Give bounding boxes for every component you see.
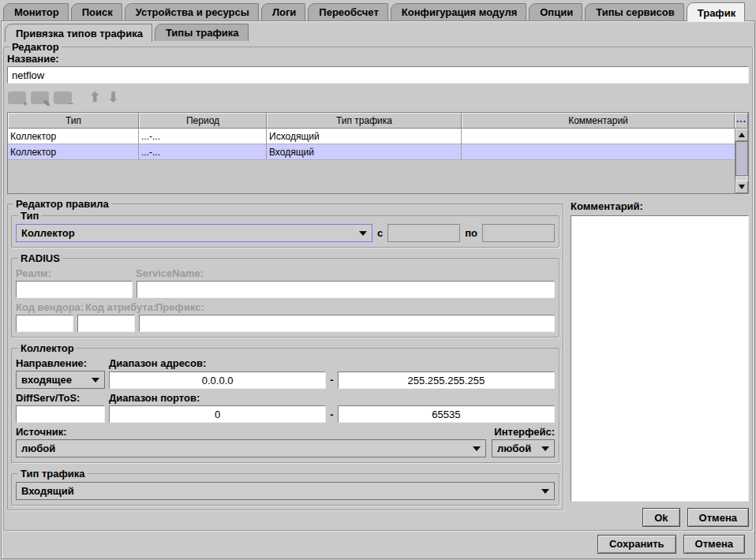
type-group: Тип Коллектор с по: [11, 210, 560, 248]
direction-combobox[interactable]: входящее: [16, 371, 105, 389]
minus-icon: −: [69, 99, 73, 108]
tab-traffic-types[interactable]: Типы трафика: [155, 24, 249, 41]
rules-toolbar: + ✎ − ⬆ ⬇: [8, 89, 749, 106]
footer-bar: Сохранить Отмена: [3, 531, 753, 557]
editor-group: Редактор Название: + ✎ − ⬆ ⬇: [3, 41, 753, 531]
traffic-type-group-title: Тип трафика: [18, 468, 88, 480]
interface-combobox-value: любой: [497, 442, 531, 454]
triangle-up-icon: [739, 133, 745, 137]
table-corner-button[interactable]: ...: [735, 113, 748, 129]
table-vscrollbar[interactable]: [735, 129, 748, 193]
triangle-down-icon: [739, 185, 745, 189]
move-down-icon[interactable]: ⬇: [107, 90, 118, 106]
column-header-traffic-type[interactable]: Тип трафика: [267, 113, 462, 129]
source-combobox[interactable]: любой: [16, 439, 486, 457]
servicename-label: ServiceName:: [136, 267, 204, 279]
move-up-icon[interactable]: ⬆: [89, 90, 100, 106]
diffserv-input[interactable]: [16, 405, 105, 423]
realm-input[interactable]: [16, 281, 133, 298]
period-from-input[interactable]: [387, 224, 460, 242]
sub-tab-bar: Привязка типов трафика Типы трафика: [2, 21, 754, 41]
period-from-label: с: [377, 227, 383, 239]
servicename-input[interactable]: [137, 281, 555, 298]
tab-search[interactable]: Поиск: [71, 3, 122, 21]
chevron-down-icon: [359, 231, 367, 236]
table-row-selected[interactable]: Коллектор ...-... Входящий: [8, 144, 735, 160]
tab-options[interactable]: Опции: [529, 3, 582, 21]
rule-editor-title: Редактор правила: [13, 198, 111, 210]
rules-table: Тип Период Тип трафика Комментарий ... К…: [7, 112, 749, 194]
name-label: Название:: [7, 53, 749, 65]
main-tab-bar: Монитор Поиск Устройства и ресурсы Логи …: [0, 0, 756, 21]
rule-buttons: Ok Отмена: [571, 508, 749, 527]
vendor-code-label: Код вендора:: [16, 301, 78, 313]
address-to-input[interactable]: [338, 371, 555, 389]
comment-textarea[interactable]: [571, 215, 749, 502]
port-from-input[interactable]: [109, 405, 326, 423]
tab-logs[interactable]: Логи: [261, 3, 305, 21]
vendor-code-input[interactable]: [16, 315, 73, 332]
type-combobox[interactable]: Коллектор: [16, 224, 372, 242]
address-from-input[interactable]: [109, 371, 326, 389]
app-window: Монитор Поиск Устройства и ресурсы Логи …: [0, 0, 756, 560]
comment-column: Комментарий: Ok Отмена: [571, 198, 749, 527]
cell-comment: [462, 129, 735, 144]
plus-icon: +: [23, 99, 28, 108]
pencil-icon: ✎: [43, 99, 51, 108]
rule-editor-row: Редактор правила Тип Коллектор с: [7, 198, 749, 527]
cell-period: ...-...: [139, 144, 267, 159]
collector-group-title: Коллектор: [18, 342, 77, 354]
chevron-down-icon: [541, 446, 549, 451]
chevron-down-icon: [92, 378, 99, 383]
scroll-up-button[interactable]: [735, 129, 748, 141]
tab-recalculation[interactable]: Переобсчет: [308, 3, 387, 21]
interface-label: Интерфейс:: [494, 426, 555, 438]
cell-type: Коллектор: [8, 129, 139, 144]
radius-group: RADIUS Реалм: ServiceName: Код вендора:: [11, 252, 560, 338]
scroll-track[interactable]: [735, 141, 748, 181]
interface-combobox[interactable]: любой: [492, 439, 555, 457]
collector-group: Коллектор Направление: Диапазон адресов:…: [11, 342, 560, 463]
tab-devices-resources[interactable]: Устройства и ресурсы: [125, 3, 259, 21]
diffserv-label: DiffServ/ToS:: [16, 392, 109, 404]
cell-traffic-type: Входящий: [267, 144, 462, 159]
scroll-thumb[interactable]: [735, 141, 748, 176]
add-rule-icon[interactable]: +: [8, 91, 26, 104]
column-header-comment[interactable]: Комментарий: [462, 113, 735, 129]
type-group-title: Тип: [18, 210, 41, 222]
tab-module-config[interactable]: Конфигурация модуля: [391, 3, 526, 21]
traffic-type-group: Тип трафика Входящий: [11, 468, 560, 506]
rule-editor-group: Редактор правила Тип Коллектор с: [7, 198, 563, 510]
port-to-input[interactable]: [338, 405, 555, 423]
cell-period: ...-...: [139, 129, 267, 144]
traffic-type-combobox[interactable]: Входящий: [16, 482, 555, 500]
table-row[interactable]: Коллектор ...-... Исходящий: [8, 129, 735, 144]
period-to-input[interactable]: [482, 224, 555, 242]
save-button[interactable]: Сохранить: [597, 535, 676, 554]
remove-rule-icon[interactable]: −: [54, 91, 72, 104]
source-combobox-value: любой: [21, 442, 55, 454]
edit-rule-icon[interactable]: ✎: [31, 91, 49, 104]
column-header-period[interactable]: Период: [139, 113, 267, 129]
realm-label: Реалм:: [16, 267, 136, 279]
rule-cancel-button[interactable]: Отмена: [687, 508, 749, 527]
name-input[interactable]: [7, 66, 749, 84]
prefix-input[interactable]: [139, 315, 555, 332]
cell-traffic-type: Исходящий: [267, 129, 462, 144]
port-range-dash: -: [330, 409, 333, 420]
column-header-type[interactable]: Тип: [8, 113, 139, 129]
cancel-button[interactable]: Отмена: [683, 535, 745, 554]
cell-type: Коллектор: [8, 144, 139, 159]
ok-button[interactable]: Ok: [642, 508, 679, 527]
tab-monitor[interactable]: Монитор: [3, 3, 69, 21]
tab-traffic-binding[interactable]: Привязка типов трафика: [5, 24, 152, 42]
rules-table-body: Коллектор ...-... Исходящий Коллектор ..…: [8, 129, 748, 193]
rules-table-header: Тип Период Тип трафика Комментарий ...: [8, 113, 748, 129]
scroll-down-button[interactable]: [735, 181, 748, 193]
editor-group-title: Редактор: [9, 41, 62, 53]
attribute-code-input[interactable]: [77, 315, 135, 332]
tab-traffic[interactable]: Трафик: [687, 2, 746, 21]
type-combobox-value: Коллектор: [21, 227, 75, 239]
tab-service-types[interactable]: Типы сервисов: [585, 3, 684, 21]
period-to-label: по: [465, 227, 477, 239]
